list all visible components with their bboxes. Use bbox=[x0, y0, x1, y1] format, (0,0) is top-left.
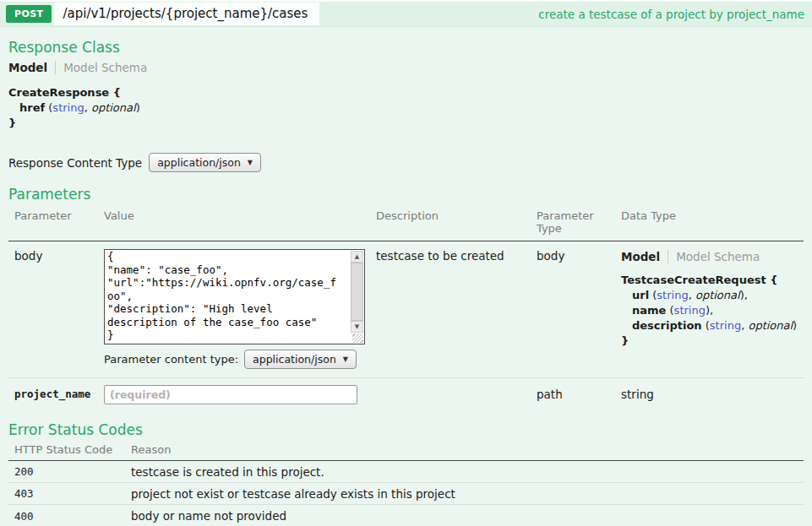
parameter-description: testcase to be created bbox=[376, 249, 537, 369]
operation-body: Response Class Model Model Schema Create… bbox=[0, 39, 812, 526]
scrollbar-thumb[interactable] bbox=[351, 263, 363, 321]
select-arrow-icon: ▼ bbox=[343, 355, 348, 364]
parameter-type: body bbox=[537, 249, 621, 369]
col-data-type: Data Type bbox=[621, 209, 804, 235]
parameter-content-type-row: Parameter content type: application/json… bbox=[104, 350, 376, 369]
scroll-down-icon[interactable]: ▼ bbox=[351, 321, 363, 333]
property-type: string bbox=[674, 304, 706, 317]
parameter-row-project-name: project_name path string bbox=[8, 378, 804, 409]
col-reason: Reason bbox=[131, 443, 804, 456]
status-reason: testcase is created in this project. bbox=[131, 465, 804, 479]
response-class-tabs: Model Model Schema bbox=[8, 60, 804, 75]
endpoint-header: POST /api/v1/projects/{project_name}/cas… bbox=[0, 2, 812, 27]
response-class-heading: Response Class bbox=[8, 39, 804, 56]
tab-divider bbox=[668, 250, 668, 263]
signature-field: url (string, optional), bbox=[621, 288, 804, 303]
tab-model-schema[interactable]: Model Schema bbox=[63, 61, 147, 74]
tab-model[interactable]: Model bbox=[621, 250, 660, 263]
signature-title: CreateResponse { bbox=[8, 85, 804, 100]
signature-field: description (string, optional) bbox=[621, 318, 804, 333]
parameter-name: project_name bbox=[8, 385, 104, 404]
response-content-type-row: Response Content Type application/json ▼ bbox=[8, 153, 804, 172]
error-row: 400 body or name not provided bbox=[8, 505, 804, 526]
error-status-codes-heading: Error Status Codes bbox=[8, 421, 804, 438]
status-code: 403 bbox=[8, 487, 131, 500]
parameters-heading: Parameters bbox=[8, 186, 804, 203]
response-content-type-label: Response Content Type bbox=[8, 156, 142, 170]
response-content-type-select[interactable]: application/json ▼ bbox=[149, 153, 261, 172]
col-description: Description bbox=[376, 209, 537, 235]
signature-field: href (string, optional) bbox=[8, 100, 804, 116]
status-code: 200 bbox=[8, 465, 131, 478]
selected-value: application/json bbox=[157, 156, 241, 169]
body-parameter-value: { "name": "case_foo", "url":"https://wik… bbox=[104, 249, 365, 344]
signature-title: TestcaseCreateRequest { bbox=[621, 273, 804, 288]
property-type: string bbox=[52, 101, 84, 114]
error-row: 200 testcase is created in this project. bbox=[8, 461, 804, 483]
body-parameter-textarea[interactable]: { "name": "case_foo", "url":"https://wik… bbox=[105, 250, 350, 344]
status-code: 400 bbox=[8, 510, 131, 523]
parameter-row-body: body { "name": "case_foo", "url":"https:… bbox=[8, 241, 804, 369]
response-class-signature: CreateResponse { href (string, optional)… bbox=[8, 85, 804, 131]
tab-model[interactable]: Model bbox=[8, 61, 47, 74]
parameter-content-type-label: Parameter content type: bbox=[104, 353, 238, 366]
parameter-data-type: string bbox=[621, 385, 804, 404]
parameters-table-header: Parameter Value Description Parameter Ty… bbox=[8, 209, 804, 241]
parameter-data-type-cell: Model Model Schema TestcaseCreateRequest… bbox=[621, 249, 804, 369]
data-type-tabs: Model Model Schema bbox=[621, 249, 804, 264]
parameter-description bbox=[376, 385, 537, 404]
property-type: string bbox=[710, 319, 741, 332]
col-http-status-code: HTTP Status Code bbox=[8, 443, 131, 456]
signature-field: name (string), bbox=[621, 303, 804, 318]
signature-close: } bbox=[621, 333, 804, 349]
selected-value: application/json bbox=[253, 353, 336, 366]
status-reason: project not exist or testcase already ex… bbox=[131, 487, 804, 501]
parameter-name: body bbox=[8, 249, 104, 369]
scrollbar-track[interactable] bbox=[351, 263, 363, 321]
signature-close: } bbox=[8, 116, 804, 131]
property-qualifier: optional bbox=[748, 319, 793, 332]
endpoint-path[interactable]: /api/v1/projects/{project_name}/cases bbox=[54, 3, 319, 25]
select-arrow-icon: ▼ bbox=[248, 159, 253, 167]
parameter-value-cell bbox=[104, 385, 376, 404]
parameter-content-type-select[interactable]: application/json ▼ bbox=[244, 350, 357, 369]
col-parameter: Parameter bbox=[8, 209, 104, 235]
col-parameter-type: Parameter Type bbox=[537, 209, 621, 235]
endpoint-summary-link[interactable]: create a testcase of a project by projec… bbox=[538, 8, 804, 21]
project-name-input[interactable] bbox=[104, 385, 357, 404]
col-value: Value bbox=[104, 209, 376, 235]
parameter-type: path bbox=[537, 385, 621, 404]
post-method-badge[interactable]: POST bbox=[6, 5, 52, 23]
scroll-up-icon[interactable]: ▲ bbox=[351, 251, 363, 263]
resize-grip-icon[interactable] bbox=[352, 333, 363, 343]
property-type: string bbox=[657, 289, 688, 301]
tab-model-schema[interactable]: Model Schema bbox=[676, 250, 760, 263]
status-reason: body or name not provided bbox=[131, 509, 804, 523]
error-row: 403 project not exist or testcase alread… bbox=[8, 483, 804, 505]
textarea-scrollbar[interactable]: ▲ ▼ bbox=[351, 251, 363, 333]
data-type-signature: TestcaseCreateRequest { url (string, opt… bbox=[621, 273, 804, 349]
tab-divider bbox=[55, 61, 56, 74]
parameter-value-cell: { "name": "case_foo", "url":"https://wik… bbox=[104, 249, 376, 369]
property-qualifier: optional bbox=[695, 289, 740, 301]
error-table-header: HTTP Status Code Reason bbox=[8, 443, 804, 461]
property-qualifier: optional bbox=[91, 101, 136, 114]
